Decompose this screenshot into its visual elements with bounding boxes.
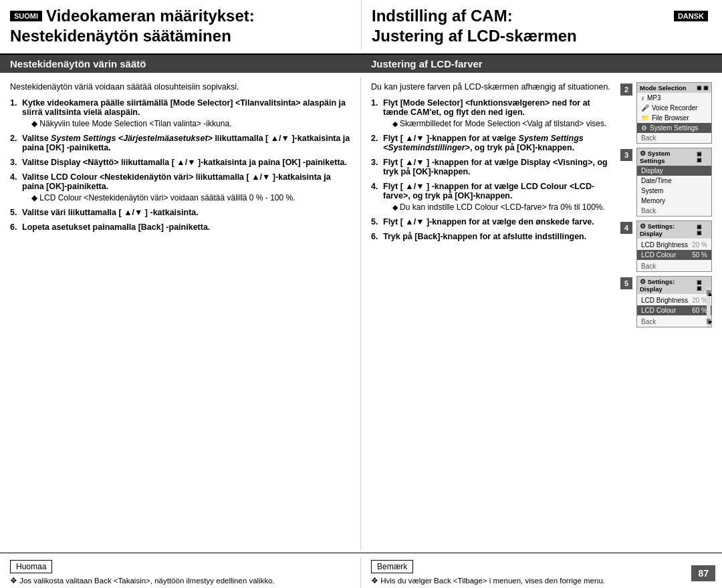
right-step-num-1: 1.	[371, 98, 380, 128]
step-num-4: 4.	[10, 172, 19, 202]
screen-2-mp3: ♪ MP3	[637, 93, 711, 103]
step-content-6: Lopeta asetukset painamalla [Back] -pain…	[22, 223, 350, 232]
right-step-4: 4. Flyt [ ▲/▼ ] -knappen for at vælge LC…	[371, 182, 615, 212]
right-step-content-4: Flyt [ ▲/▼ ] -knappen for at vælge LCD C…	[383, 182, 615, 212]
right-main: Du kan justere farven på LCD-skærmen afh…	[371, 82, 712, 327]
screen-3-number: 3	[620, 149, 632, 161]
screen-2-title-text: Mode Selection	[640, 84, 687, 92]
screen-3-memory: Memory	[637, 196, 711, 206]
left-step-2: 2. Valitse System Settings <Järjestelmäa…	[10, 134, 350, 152]
step-4-note: LCD Colour <Nestekidenäytön väri> voidaa…	[31, 193, 350, 202]
right-steps: 1. Flyt [Mode Selector] <funktionsvælger…	[371, 98, 615, 241]
right-step-num-3: 3.	[371, 158, 380, 176]
left-note-label: Huomaa	[10, 560, 52, 573]
right-step-content-2: Flyt [ ▲/▼ ]-knappen for at vælge System…	[383, 134, 615, 152]
screen-5-brightness: LCD Brightness 20 %	[637, 295, 711, 305]
screen-5-brightness-row: LCD Brightness 20 % LCD Colour 60 %	[637, 294, 711, 317]
mic-icon: 🎤	[641, 104, 649, 112]
right-note-label: Bemærk	[371, 560, 413, 573]
top-header: SUOMI Videokameran määritykset: Nestekid…	[0, 0, 722, 55]
folder-icon: 📁	[641, 114, 649, 122]
screen-4-brightness: LCD Brightness 20 %	[637, 240, 711, 250]
screen-2-back: Back	[637, 133, 711, 143]
left-step-4: 4. Valitse LCD Colour <Nestekidenäytön v…	[10, 172, 350, 202]
right-step-num-5: 5.	[371, 217, 380, 227]
right-step-3: 3. Flyt [ ▲/▼ ] -knappen for at vælge Di…	[371, 158, 615, 176]
screen-4-back: Back	[637, 261, 711, 271]
left-step-1: 1. Kytke videokamera päälle siirtämällä …	[10, 98, 350, 128]
right-step-content-3: Flyt [ ▲/▼ ] -knappen for at vælge Displ…	[383, 158, 615, 176]
screen-3-display: Display	[637, 166, 711, 176]
screen-2-filebrowser: 📁 File Browser	[637, 113, 711, 123]
left-intro: Nestekidenäytön väriä voidaan säätää olo…	[10, 82, 350, 92]
right-step-1: 1. Flyt [Mode Selector] <funktionsvælger…	[371, 98, 615, 128]
right-step-num-2: 2.	[371, 134, 380, 152]
right-note-text: Hvis du vælger Back <Tilbage> i menuen, …	[371, 576, 712, 585]
screen-3-title: ⚙ System Settings ▣ ▣	[637, 148, 711, 166]
music-icon: ♪	[641, 94, 644, 102]
right-step-1-note: Skærmbilledet for Mode Selection <Valg a…	[392, 119, 615, 128]
right-step-content-6: Tryk på [Back]-knappen for at afslutte i…	[383, 232, 615, 241]
right-step-4-note: Du kan indstille LCD Colour <LCD-farve> …	[392, 202, 615, 212]
screen-2-voice: 🎤 Voice Recorder	[637, 103, 711, 113]
dansk-badge: DANSK	[674, 11, 708, 21]
left-section-header: Nestekidenäytön värin säätö	[0, 55, 361, 73]
step-content-5: Valitse väri liikuttamalla [ ▲/▼ ] -katk…	[22, 208, 350, 217]
screen-5-title: ⚙ Settings: Display ▣ ▣	[637, 277, 711, 294]
step-num-1: 1.	[10, 98, 19, 128]
left-content: Nestekidenäytön väriä voidaan säätää olo…	[0, 77, 361, 550]
screen-2-number: 2	[620, 84, 632, 96]
screen-4-colour: LCD Colour 50 %	[637, 250, 711, 260]
screen-4-icons: ▣ ▣	[697, 224, 709, 236]
screen-4-title-text: ⚙ Settings: Display	[640, 223, 697, 237]
step-num-2: 2.	[10, 134, 19, 152]
right-step-6: 6. Tryk på [Back]-knappen for at afslutt…	[371, 232, 615, 241]
screen-3-icons: ▣ ▣	[697, 151, 709, 163]
scroll-down: ▼	[707, 319, 711, 324]
section-header-row: Nestekidenäytön värin säätö Justering af…	[0, 55, 722, 73]
suomi-badge: SUOMI	[10, 11, 42, 21]
screen-5-title-text: ⚙ Settings: Display	[640, 278, 697, 293]
step-1-note: Näkyviin tulee Mode Selection <Tilan val…	[31, 119, 350, 128]
left-note-text: Jos valikosta valitaan Back <Takaisin>, …	[10, 576, 350, 585]
screen-4-brightness-row: LCD Brightness 20 % LCD Colour 50 %	[637, 239, 711, 261]
screens-column: 2 Mode Selection ▣ ▣ ♪ MP3 🎤	[615, 82, 712, 327]
left-steps: 1. Kytke videokamera päälle siirtämällä …	[10, 98, 350, 232]
screen-4-box: ⚙ Settings: Display ▣ ▣ LCD Brightness 2…	[636, 220, 712, 272]
right-header: Indstilling af CAM: DANSK Justering af L…	[361, 0, 722, 49]
bottom-left: Huomaa Jos valikosta valitaan Back <Taka…	[0, 557, 361, 588]
right-content: Du kan justere farven på LCD-skærmen afh…	[361, 77, 722, 550]
screen-4: 4 ⚙ Settings: Display ▣ ▣ LCD Brightness…	[620, 220, 712, 272]
screen-5-colour: LCD Colour 60 %	[637, 305, 711, 315]
left-step-3: 3. Valitse Display <Näyttö> liikuttamall…	[10, 158, 350, 167]
right-step-content-1: Flyt [Mode Selector] <funktionsvælgeren>…	[383, 98, 615, 128]
left-title-text1: Videokameran määritykset:	[46, 7, 255, 25]
step-content-3: Valitse Display <Näyttö> liikuttamalla […	[22, 158, 350, 167]
screen-2-icons: ▣ ▣	[697, 85, 709, 91]
screen-4-title: ⚙ Settings: Display ▣ ▣	[637, 221, 711, 239]
step-content-1: Kytke videokamera päälle siirtämällä [Mo…	[22, 98, 350, 128]
step-num-5: 5.	[10, 208, 19, 217]
page: SUOMI Videokameran määritykset: Nestekid…	[0, 0, 722, 588]
bottom-area: Huomaa Jos valikosta valitaan Back <Taka…	[0, 553, 722, 588]
screen-3-back: Back	[637, 206, 711, 216]
step-content-4: Valitse LCD Colour <Nestekidenäytön väri…	[22, 172, 350, 202]
screen-5: 5 ⚙ Settings: Display ▣ ▣ LCD Brightness…	[620, 276, 712, 327]
screen-2-box: Mode Selection ▣ ▣ ♪ MP3 🎤 Voice Recorde…	[636, 82, 712, 144]
screen-3-box: ⚙ System Settings ▣ ▣ Display Date/Time …	[636, 148, 712, 216]
page-number: 87	[691, 565, 715, 581]
right-step-content-5: Flyt [ ▲/▼ ]-knappen for at vælge den øn…	[383, 217, 615, 227]
scroll-up: ▲	[707, 290, 711, 295]
scroll-space	[707, 295, 711, 319]
screen-3: 3 ⚙ System Settings ▣ ▣ Display Date/Tim…	[620, 148, 712, 216]
step-num-6: 6.	[10, 223, 19, 232]
right-text: Du kan justere farven på LCD-skærmen afh…	[371, 82, 615, 327]
left-header: SUOMI Videokameran määritykset: Nestekid…	[0, 0, 361, 49]
left-title-line1: SUOMI Videokameran määritykset:	[10, 7, 351, 25]
left-step-5: 5. Valitse väri liikuttamalla [ ▲/▼ ] -k…	[10, 208, 350, 217]
screen-5-back: Back	[637, 317, 711, 327]
left-title-line2: Nestekidenäytön säätäminen	[10, 27, 351, 45]
screen-5-number: 5	[620, 277, 632, 289]
left-step-6: 6. Lopeta asetukset painamalla [Back] -p…	[10, 223, 350, 232]
settings-icon: ⚙	[641, 124, 647, 132]
